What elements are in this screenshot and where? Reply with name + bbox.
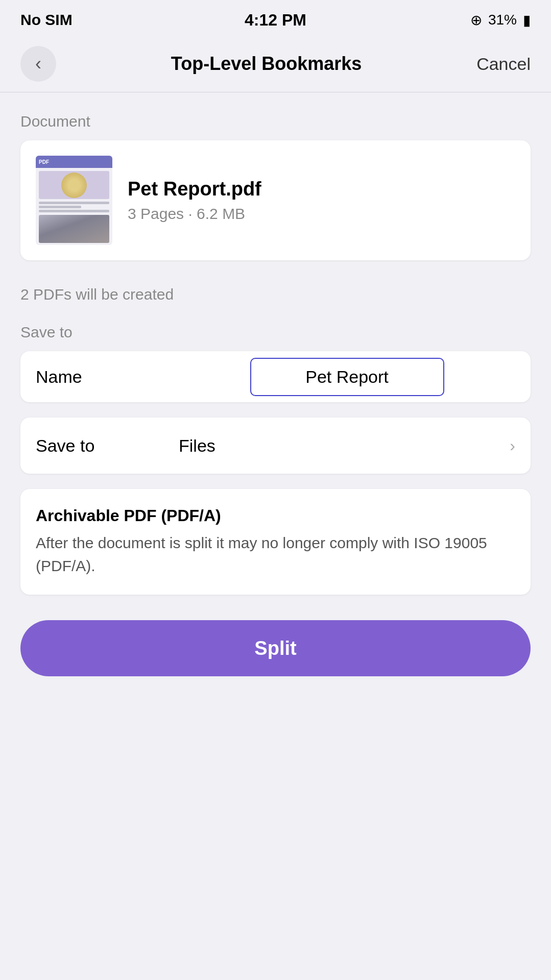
pdf-thumb-body [36,168,112,245]
pdf-thumb-line-3 [39,210,109,212]
document-section-label: Document [20,113,531,130]
cancel-button[interactable]: Cancel [476,54,531,74]
name-input-wrapper [179,358,515,396]
nav-title: Top-Level Bookmarks [171,53,362,75]
save-to-value: Files [179,436,510,456]
status-bar: No SIM 4:12 PM ⊕ 31% ▮ [0,0,551,36]
status-right: ⊕ 31% ▮ [470,12,531,29]
doc-info: Pet Report.pdf 3 Pages · 6.2 MB [128,178,515,223]
location-icon: ⊕ [470,12,482,29]
pdf-thumb-dog-image [39,215,109,243]
pdf-thumb-header-text: PDF [39,159,49,165]
chevron-right-icon: › [510,436,515,455]
pdf-thumb-line-1 [39,202,109,204]
doc-meta: 3 Pages · 6.2 MB [128,205,515,223]
pdf-thumb-header: PDF [36,156,112,168]
carrier-label: No SIM [20,11,73,29]
name-row-card: Name [20,351,531,402]
back-chevron-icon: ‹ [35,55,41,73]
back-button[interactable]: ‹ [20,46,56,82]
pdf-thumb-dog-area [39,215,109,243]
battery-percent: 31% [488,12,517,28]
archive-card: Archivable PDF (PDF/A) After the documen… [20,489,531,595]
battery-icon: ▮ [523,12,531,29]
pdf-thumb-line-2 [39,206,81,208]
save-to-files-card[interactable]: Save to Files › [20,418,531,474]
save-to-label: Save to [20,324,531,341]
save-to-row-label: Save to [36,436,179,456]
pdf-thumb-lines [39,202,109,212]
main-content: Document PDF Pet Report. [0,92,551,697]
time-label: 4:12 PM [245,11,306,30]
pdf-thumb-cat-image [61,173,87,198]
pdf-thumbnail: PDF [36,156,112,245]
nav-bar: ‹ Top-Level Bookmarks Cancel [0,36,551,92]
pdf-thumb-cat-area [39,171,109,199]
archive-desc: After the document is split it may no lo… [36,531,515,577]
archive-title: Archivable PDF (PDF/A) [36,506,515,525]
doc-filename: Pet Report.pdf [128,178,515,200]
document-card: PDF Pet Report.pdf 3 Pages · 6.2 MB [20,140,531,260]
name-input[interactable] [250,358,444,396]
pdf-notice: 2 PDFs will be created [20,286,531,303]
split-button[interactable]: Split [20,620,531,676]
name-field-label: Name [36,367,179,387]
